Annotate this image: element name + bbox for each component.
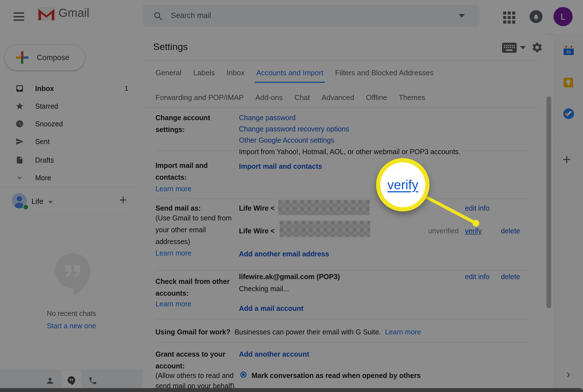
- rail-divider: [559, 139, 578, 140]
- hamburger-menu-icon[interactable]: [13, 12, 24, 21]
- learn-more-link[interactable]: Learn more: [385, 328, 421, 336]
- sidebar-item-more[interactable]: More: [0, 169, 143, 187]
- chat-account-name[interactable]: Life: [31, 197, 43, 206]
- row-divider: [155, 319, 529, 320]
- gmail-logo-icon: [37, 7, 55, 21]
- tab-general[interactable]: General: [155, 69, 182, 83]
- sidebar-item-starred[interactable]: Starred: [0, 97, 143, 115]
- tab-accounts-and-import[interactable]: Accounts and Import: [256, 69, 323, 83]
- keyboard-icon[interactable]: [502, 43, 517, 53]
- import-mail-and-contacts-link[interactable]: Import mail and contacts: [239, 162, 322, 170]
- row-label: Check mail from other: [155, 277, 230, 286]
- sidebar-item-label: More: [35, 174, 51, 182]
- row-label: accounts:: [155, 289, 189, 297]
- add-panel-plus-icon[interactable]: +: [562, 151, 571, 168]
- delete-link[interactable]: delete: [501, 273, 520, 281]
- search-input[interactable]: Search mail: [143, 5, 480, 27]
- row-label: Grant access to your: [155, 350, 225, 358]
- left-sidebar: Compose Inbox 1 Starred Snoozed Sent Dra…: [0, 34, 143, 392]
- gmail-settings-page: Gmail Search mail: [0, 0, 583, 392]
- add-another-email-link[interactable]: Add another email address: [239, 250, 329, 258]
- learn-more-link[interactable]: Learn more: [155, 249, 191, 257]
- notifications-bell-icon[interactable]: [530, 10, 543, 23]
- gmail-logo-text: Gmail: [58, 6, 89, 20]
- main-scrollbar[interactable]: [546, 96, 551, 308]
- new-chat-plus-icon[interactable]: +: [119, 192, 127, 208]
- tab-chat[interactable]: Chat: [294, 93, 310, 108]
- send-icon: [15, 137, 24, 146]
- row-note: addresses): [155, 238, 190, 246]
- learn-more-link[interactable]: Learn more: [155, 185, 191, 193]
- tasks-icon[interactable]: [563, 108, 574, 119]
- tab-addons[interactable]: Add-ons: [256, 93, 283, 108]
- keyboard-caret-icon[interactable]: [520, 46, 526, 49]
- tabs-divider: [143, 107, 543, 108]
- row-label: account:: [155, 362, 185, 370]
- delete-link[interactable]: delete: [501, 227, 520, 235]
- row-label: Import mail and: [155, 161, 208, 170]
- row-divider: [155, 199, 529, 199]
- row-note: your other email: [155, 226, 206, 234]
- sidebar-item-label: Starred: [35, 102, 58, 110]
- sidebar-item-label: Inbox: [35, 85, 54, 93]
- verify-callout-link[interactable]: verify: [387, 177, 418, 192]
- sidebar-divider: [0, 187, 143, 187]
- add-another-account-link[interactable]: Add another account: [239, 350, 309, 358]
- header-divider: [143, 60, 543, 61]
- row-label: contacts:: [155, 173, 187, 181]
- row-label: settings:: [155, 126, 185, 134]
- account-avatar[interactable]: L: [553, 7, 573, 26]
- avatar-letter: L: [561, 12, 566, 22]
- tab-advanced[interactable]: Advanced: [322, 93, 354, 108]
- verify-link[interactable]: verify: [465, 227, 482, 235]
- sidebar-item-label: Snoozed: [35, 120, 63, 128]
- row-divider: [155, 270, 529, 270]
- search-placeholder: Search mail: [171, 11, 211, 20]
- learn-more-link[interactable]: Learn more: [155, 300, 191, 308]
- tab-themes[interactable]: Themes: [399, 93, 425, 108]
- page-title: Settings: [153, 41, 188, 52]
- send-as-entry-name: Life Wire <: [239, 227, 275, 235]
- keep-icon[interactable]: [564, 78, 573, 87]
- settings-gear-icon[interactable]: [531, 42, 543, 53]
- redacted-email-1: [278, 200, 370, 215]
- tab-filters[interactable]: Filters and Blocked Addresses: [335, 69, 433, 83]
- settings-tabs-row2: Forwarding and POP/IMAP Add-ons Chat Adv…: [155, 93, 425, 108]
- inbox-count: 1: [125, 85, 128, 92]
- bottom-edge-strip: [0, 388, 583, 392]
- compose-button[interactable]: Compose: [4, 45, 85, 70]
- add-mail-account-link[interactable]: Add a mail account: [239, 304, 303, 313]
- tab-labels[interactable]: Labels: [193, 69, 215, 83]
- sidebar-item-snoozed[interactable]: Snoozed: [0, 115, 143, 133]
- radio-selected-icon[interactable]: [240, 372, 247, 378]
- mark-read-option-label: Mark conversation as read when opened by…: [252, 372, 421, 380]
- chat-account-caret-icon[interactable]: [48, 201, 53, 204]
- calendar-icon[interactable]: 31: [563, 46, 574, 55]
- row-note: (Allow others to read and: [155, 372, 234, 380]
- apps-grid-icon[interactable]: [503, 12, 516, 24]
- phone-icon[interactable]: [88, 376, 97, 385]
- sidebar-item-inbox[interactable]: Inbox 1: [0, 79, 143, 97]
- contacts-icon[interactable]: [46, 376, 55, 385]
- compose-label: Compose: [37, 53, 69, 62]
- redacted-email-2: [280, 221, 370, 237]
- row-label: Change account: [155, 114, 210, 122]
- change-password-recovery-link[interactable]: Change password recovery options: [239, 125, 349, 133]
- star-icon: [15, 102, 24, 110]
- tab-offline[interactable]: Offline: [366, 93, 387, 108]
- edit-info-link[interactable]: edit info: [465, 204, 490, 212]
- hangouts-icon[interactable]: [67, 376, 76, 385]
- sidebar-item-sent[interactable]: Sent: [0, 133, 143, 151]
- expand-chevron-icon[interactable]: [564, 370, 573, 380]
- search-options-caret-icon[interactable]: [459, 14, 465, 18]
- start-new-chat-link[interactable]: Start a new one: [0, 322, 143, 330]
- gsuite-text: Businesses can power their email with G …: [234, 328, 381, 336]
- tab-forwarding[interactable]: Forwarding and POP/IMAP: [155, 93, 244, 108]
- edit-info-link[interactable]: edit info: [465, 273, 490, 281]
- tab-inbox[interactable]: Inbox: [227, 69, 245, 83]
- sidebar-item-drafts[interactable]: Drafts: [0, 151, 143, 169]
- row-label: Send mail as:: [155, 204, 201, 212]
- other-google-account-settings-link[interactable]: Other Google Account settings: [239, 136, 334, 144]
- change-password-link[interactable]: Change password: [239, 114, 296, 122]
- search-icon: [153, 12, 162, 20]
